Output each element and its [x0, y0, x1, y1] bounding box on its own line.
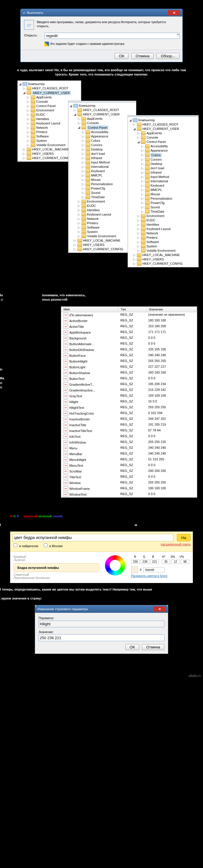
- tree-item[interactable]: ▷Printers: [78, 221, 135, 225]
- tree-item[interactable]: ▷Mouse: [141, 192, 197, 196]
- tree-cp[interactable]: ◢Control Panel: [78, 125, 135, 130]
- col-value[interactable]: Значение: [147, 307, 197, 312]
- table-row[interactable]: abButtonAlternate...REG_SZ0 0 0: [61, 341, 197, 347]
- tree-item[interactable]: ▷International: [141, 179, 197, 183]
- col-type[interactable]: Тип: [118, 307, 147, 312]
- table-row[interactable]: abInactiveTitleREG_SZ191 205 219: [61, 422, 197, 428]
- hex-input[interactable]: [143, 567, 165, 572]
- tree-item[interactable]: ▷Personalization: [82, 182, 135, 186]
- table-row[interactable]: abHilightREG_SZ15 0 0: [61, 399, 197, 405]
- tree-item[interactable]: ▷EUDC: [78, 204, 135, 208]
- blog-link[interactable]: Раскрасить цветом в блоге: [131, 574, 189, 578]
- tree-item[interactable]: ▷Keyboard Layout: [78, 212, 135, 217]
- tree-item[interactable]: ▷Infrared: [82, 156, 135, 160]
- browse-button[interactable]: Обзор...: [156, 53, 179, 59]
- table-row[interactable]: abButtonLightREG_SZ227 227 227: [61, 364, 197, 370]
- tree-item[interactable]: ▷Volatile Environment: [137, 249, 197, 253]
- table-row[interactable]: abMenuREG_SZ240 240 240: [61, 445, 197, 451]
- tree-item[interactable]: ▷Desktop: [82, 147, 135, 152]
- table-row[interactable]: abInfoTextREG_SZ0 0 0: [61, 434, 197, 439]
- table-row[interactable]: abWindowTextREG_SZ0 0 0: [61, 492, 197, 497]
- advanced-search-link[interactable]: расширенный поиск: [161, 542, 191, 546]
- col-name[interactable]: Имя: [61, 307, 118, 312]
- tree-item[interactable]: ▷Personalization: [141, 196, 197, 201]
- s-input[interactable]: [171, 560, 180, 564]
- search-input[interactable]: [12, 534, 173, 541]
- dropdown-icon[interactable]: ▾: [177, 33, 179, 36]
- table-row[interactable]: abScrollbarREG_SZ200 200 200: [61, 468, 197, 474]
- tree-item[interactable]: ▷Input Method: [82, 160, 135, 165]
- table-row[interactable]: abHotTrackingColorREG_SZ0 102 204: [61, 410, 197, 416]
- tree-item[interactable]: ▷MMCPL: [141, 188, 197, 192]
- tree-item[interactable]: ▷Cursors: [82, 143, 135, 147]
- tree-item[interactable]: ▷Appearance: [82, 134, 135, 138]
- tree-item[interactable]: ▷Input Method: [141, 175, 197, 179]
- tree-item[interactable]: ▷Volatile Environment: [78, 234, 135, 239]
- table-row[interactable]: abInactiveTitleTextREG_SZ67 78 84: [61, 428, 197, 434]
- table-row[interactable]: abWindowFrameREG_SZ100 100 100: [61, 486, 197, 492]
- g-input[interactable]: [141, 560, 149, 564]
- tree-item[interactable]: ▷AppEvents: [27, 95, 80, 99]
- table-row[interactable]: abButtonDkShadowREG_SZ105 105 105: [61, 347, 197, 353]
- tree-hkcu[interactable]: ◢HKEY_CURRENT_USER: [23, 91, 80, 95]
- tree-item[interactable]: ▷don't load: [141, 166, 197, 170]
- ok-button[interactable]: ОК: [115, 53, 128, 59]
- table-row[interactable]: ab(По умолчанию) REG_SZ (значение не при…: [61, 312, 197, 318]
- tree-item[interactable]: ▷Identities: [78, 208, 135, 212]
- param-input[interactable]: [39, 621, 164, 627]
- table-row[interactable]: abGradientActiveT...REG_SZ185 209 234: [61, 382, 197, 388]
- tree-item[interactable]: ▷Infrared: [141, 170, 197, 175]
- table-row[interactable]: abTitleTextREG_SZ0 0 0: [61, 474, 197, 480]
- table-row[interactable]: abMenuHilightREG_SZ51 153 255: [61, 457, 197, 463]
- tree-item[interactable]: ▷MMCPL: [82, 173, 135, 178]
- table-row[interactable]: abButtonShadowREG_SZ160 160 160: [61, 370, 197, 376]
- tree-item[interactable]: ▷International: [82, 165, 135, 169]
- filter-found[interactable]: в найденном: [12, 544, 38, 548]
- table-row[interactable]: abAppWorkspaceREG_SZ171 171 171: [61, 330, 197, 335]
- tree-item[interactable]: ▷Sound: [82, 191, 135, 195]
- tree-item[interactable]: ▷TimeDate: [141, 210, 197, 214]
- b-input[interactable]: [150, 560, 159, 564]
- table-row[interactable]: abHilightTextREG_SZ255 255 255: [61, 405, 197, 410]
- tree-item[interactable]: ▷Keyboard: [141, 183, 197, 188]
- tree-item[interactable]: ▷Keyboard: [82, 169, 135, 173]
- tree-item[interactable]: ▷Desktop: [141, 162, 197, 166]
- tree-item[interactable]: ▷Printers: [137, 236, 197, 240]
- cancel-button[interactable]: Отмена: [131, 53, 154, 59]
- tree-item[interactable]: ▷Network: [78, 217, 135, 221]
- tree-item[interactable]: ▷Identities: [137, 222, 197, 227]
- table-row[interactable]: abMenuBarREG_SZ240 240 240: [61, 451, 197, 457]
- table-row[interactable]: abGradientInactive...REG_SZ215 228 242: [61, 388, 197, 393]
- table-row[interactable]: abActiveTitleREG_SZ153 180 209: [61, 324, 197, 330]
- h-input[interactable]: [161, 560, 170, 564]
- table-row[interactable]: abButtonHilightREG_SZ255 255 255: [61, 359, 197, 364]
- table-row[interactable]: abInfoWindowREG_SZ255 255 225: [61, 439, 197, 445]
- table-row[interactable]: abBackgroundREG_SZ0 0 0: [61, 335, 197, 341]
- r-input[interactable]: [131, 560, 140, 564]
- tree-item[interactable]: ▷Keyboard Layout: [137, 227, 197, 231]
- tree-item[interactable]: ▷Colors: [141, 153, 197, 157]
- tree-item[interactable]: ▷System: [78, 230, 135, 234]
- tree-item[interactable]: ▷Environment: [137, 214, 197, 218]
- filter-moscow[interactable]: в Москве: [43, 544, 63, 548]
- tree-item[interactable]: ▷Environment: [78, 199, 135, 204]
- tree-item[interactable]: ▷Sound: [141, 205, 197, 210]
- tree-item[interactable]: ▷TimeDate: [82, 195, 135, 199]
- ok-button[interactable]: ОК: [125, 644, 139, 650]
- tree-item[interactable]: ▷Accessibility: [141, 144, 197, 148]
- table-row[interactable]: abInactiveBorderREG_SZ244 247 252: [61, 416, 197, 422]
- color-wheel[interactable]: [105, 555, 125, 576]
- v-input[interactable]: [181, 560, 189, 564]
- tree-item[interactable]: ▷Colors: [82, 138, 135, 143]
- open-input[interactable]: [44, 33, 179, 39]
- tree-item[interactable]: ▷PowerCfg: [82, 186, 135, 191]
- tree-item[interactable]: ▷Mouse: [82, 178, 135, 182]
- table-row[interactable]: abGrayTextREG_SZ109 109 109: [61, 393, 197, 399]
- close-icon[interactable]: ✕: [168, 10, 180, 16]
- close-icon[interactable]: ✕: [153, 607, 166, 612]
- tree-item[interactable]: ▷Accessibility: [82, 130, 135, 134]
- table-row[interactable]: abWindowREG_SZ255 255 255: [61, 480, 197, 486]
- tree-item[interactable]: ▷System: [137, 244, 197, 249]
- tree-item[interactable]: ▷Appearance: [141, 148, 197, 153]
- tree-item[interactable]: ▷Network: [137, 231, 197, 236]
